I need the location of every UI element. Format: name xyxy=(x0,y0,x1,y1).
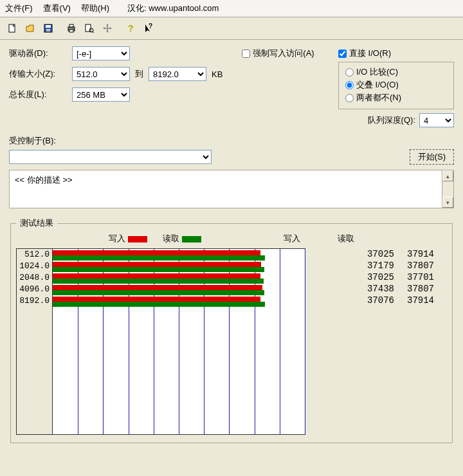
queue-depth-label: 队列深度(Q): xyxy=(368,114,415,126)
to-label: 到 xyxy=(135,68,143,80)
direct-io-label: 直接 I/O(R) xyxy=(349,48,391,59)
write-bar xyxy=(53,250,260,255)
toolbar: ? ? xyxy=(0,17,463,40)
bound-by-label: 受控制于(B): xyxy=(9,135,454,147)
move-icon[interactable] xyxy=(99,20,116,37)
read-bar xyxy=(53,302,265,307)
chart-y-label: 4096.0 xyxy=(17,284,52,295)
kb-label: KB xyxy=(212,69,222,79)
bound-by-select[interactable] xyxy=(9,150,212,164)
size-to-select[interactable]: 8192.0 xyxy=(149,67,206,81)
legend-write-label: 写入 xyxy=(109,233,125,243)
chart-y-label: 1024.0 xyxy=(17,261,52,272)
table-row: 3702537914 xyxy=(312,248,447,260)
force-write-label: 强制写入访问(A) xyxy=(253,48,314,59)
write-bar xyxy=(53,262,261,267)
whats-this-icon[interactable]: ? xyxy=(140,20,157,37)
legend-read-swatch xyxy=(182,236,201,243)
drive-select[interactable]: [-e-] xyxy=(72,46,130,60)
table-row: 3717937807 xyxy=(312,260,447,271)
io-compare-radio[interactable] xyxy=(345,68,354,77)
save-icon[interactable] xyxy=(40,20,57,37)
table-write-header: 写入 xyxy=(284,233,300,244)
start-button[interactable]: 开始(S) xyxy=(410,149,454,165)
description-box: << 你的描述 >> ▴ ▾ xyxy=(9,170,454,208)
queue-depth-select[interactable]: 4 xyxy=(419,113,454,127)
neither-label: 两者都不(N) xyxy=(356,92,401,104)
io-compare-label: I/O 比较(C) xyxy=(356,66,398,78)
legend-read-label: 读取 xyxy=(163,233,179,243)
svg-text:?: ? xyxy=(128,23,134,33)
overlap-io-radio[interactable] xyxy=(345,81,354,89)
menu-file[interactable]: 文件(F) xyxy=(5,3,33,14)
force-write-checkbox[interactable] xyxy=(242,50,250,58)
results-legend: 测试结果 xyxy=(16,217,57,229)
size-from-select[interactable]: 512.0 xyxy=(72,67,130,81)
read-bar xyxy=(53,267,264,272)
menu-view[interactable]: 查看(V) xyxy=(43,3,71,14)
read-bar xyxy=(53,279,264,284)
chart-y-label: 2048.0 xyxy=(17,272,52,284)
table-row: 3707637914 xyxy=(312,295,447,306)
total-length-label: 总长度(L): xyxy=(9,89,67,100)
table-read-header: 读取 xyxy=(338,233,354,244)
chart-legend: 写入 读取 写入 读取 xyxy=(16,233,447,244)
table-row: 3702537701 xyxy=(312,271,447,283)
results-chart: 512.01024.02048.04096.08192.0 xyxy=(16,248,305,435)
svg-rect-6 xyxy=(69,30,73,32)
menu-bar: 文件(F) 查看(V) 帮助(H) 汉化: www.upantool.com xyxy=(0,0,463,17)
print-icon[interactable] xyxy=(63,20,80,37)
work-area: 驱动器(D): [-e-] 传输大小(Z): 512.0 到 8192.0 KB… xyxy=(0,40,463,450)
legend-write-swatch xyxy=(128,236,147,243)
results-group: 测试结果 写入 读取 写入 读取 512.01024.02048.04096.0… xyxy=(10,217,453,443)
direct-io-checkbox[interactable] xyxy=(338,50,347,58)
svg-rect-3 xyxy=(46,29,50,32)
chart-plot-area xyxy=(53,249,305,434)
io-mode-group: I/O 比较(C) 交叠 I/O(O) 两者都不(N) xyxy=(338,62,454,109)
write-bar xyxy=(53,285,262,290)
preview-icon[interactable] xyxy=(81,20,98,37)
write-bar xyxy=(53,297,260,302)
svg-rect-7 xyxy=(86,24,91,32)
read-bar xyxy=(53,255,265,261)
menu-localized: 汉化: www.upantool.com xyxy=(127,3,219,14)
svg-rect-5 xyxy=(69,24,73,27)
neither-radio[interactable] xyxy=(345,94,354,102)
drive-label: 驱动器(D): xyxy=(9,48,67,59)
read-bar xyxy=(53,290,264,295)
help-icon[interactable]: ? xyxy=(122,20,139,37)
transfer-size-label: 传输大小(Z): xyxy=(9,68,67,80)
write-bar xyxy=(53,273,260,279)
chart-y-label: 512.0 xyxy=(17,249,52,261)
vertical-scrollbar[interactable]: ▴ ▾ xyxy=(442,170,453,208)
scroll-up-icon[interactable]: ▴ xyxy=(442,170,453,181)
open-icon[interactable] xyxy=(22,20,39,37)
new-icon[interactable] xyxy=(4,20,21,37)
menu-help[interactable]: 帮助(H) xyxy=(81,3,109,14)
chart-y-label: 8192.0 xyxy=(17,295,52,307)
svg-rect-2 xyxy=(46,25,51,28)
chart-y-axis: 512.01024.02048.04096.08192.0 xyxy=(17,249,53,434)
scroll-down-icon[interactable]: ▾ xyxy=(442,197,453,208)
overlap-io-label: 交叠 I/O(O) xyxy=(356,79,399,91)
results-table: 3702537914371793780737025377013743837807… xyxy=(312,248,447,435)
total-length-select[interactable]: 256 MB xyxy=(72,87,130,102)
svg-text:?: ? xyxy=(149,23,152,30)
svg-line-9 xyxy=(93,32,94,33)
description-text[interactable]: << 你的描述 >> xyxy=(10,170,442,208)
table-row: 3743837807 xyxy=(312,283,447,295)
